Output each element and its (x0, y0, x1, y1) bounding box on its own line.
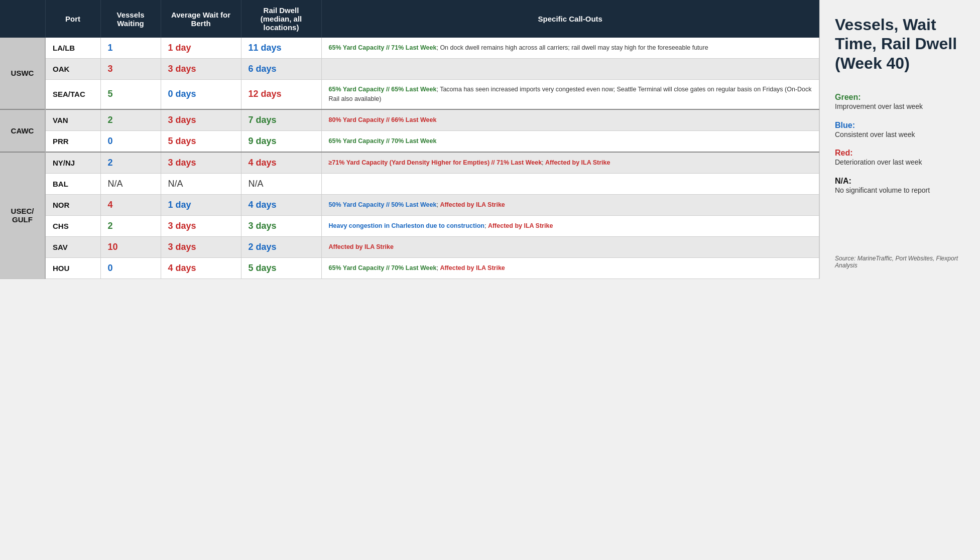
vessels-cell: 0 (100, 130, 161, 152)
header-rail: Rail Dwell (median, all locations) (241, 0, 321, 38)
vessels-cell: N/A (100, 173, 161, 194)
wait-cell: 0 days (161, 80, 241, 109)
port-cell: NY/NJ (45, 152, 100, 174)
vessels-cell: 3 (100, 59, 161, 80)
wait-cell: 4 days (161, 257, 241, 278)
legend-red-label: Red: (835, 149, 853, 157)
vessels-cell: 0 (100, 257, 161, 278)
vessels-cell: 10 (100, 236, 161, 257)
vessels-cell: 1 (100, 38, 161, 59)
callout-cell: Heavy congestion in Charleston due to co… (321, 215, 819, 236)
table-row: SAV103 days2 daysAffected by ILA Strike (0, 236, 819, 257)
vessels-cell: 2 (100, 109, 161, 131)
sidebar: Vessels, Wait Time, Rail Dwell (Week 40)… (819, 0, 980, 279)
header-port: Port (45, 0, 100, 38)
legend-blue-label: Blue: (835, 121, 855, 129)
table-row: PRR05 days9 days65% Yard Capacity // 70%… (0, 130, 819, 152)
legend-green: Green: Improvement over last week (835, 93, 965, 112)
rail-cell: 4 days (241, 152, 321, 174)
legend-red-desc: Deterioration over last week (835, 158, 922, 166)
rail-cell: 5 days (241, 257, 321, 278)
callout-cell: ≥71% Yard Capacity (Yard Density Higher … (321, 152, 819, 174)
callout-cell: 80% Yard Capacity // 66% Last Week (321, 109, 819, 131)
table-row: SEA/TAC50 days12 days65% Yard Capacity /… (0, 80, 819, 109)
region-cell-usec--gulf: USEC/ GULF (0, 152, 45, 279)
vessels-cell: 4 (100, 194, 161, 215)
main-container: Port Vessels Waiting Average Wait for Be… (0, 0, 980, 279)
wait-cell: 1 day (161, 38, 241, 59)
table-row: USEC/ GULFNY/NJ23 days4 days≥71% Yard Ca… (0, 152, 819, 174)
region-cell-uswc: USWC (0, 38, 45, 109)
legend-blue: Blue: Consistent over last week (835, 121, 965, 140)
port-cell: PRR (45, 130, 100, 152)
wait-cell: 3 days (161, 236, 241, 257)
table-row: OAK33 days6 days (0, 59, 819, 80)
rail-cell: 2 days (241, 236, 321, 257)
header-region (0, 0, 45, 38)
vessels-cell: 2 (100, 152, 161, 174)
legend-red: Red: Deterioration over last week (835, 149, 965, 168)
legend-na: N/A: No significant volume to report (835, 177, 965, 196)
data-table: Port Vessels Waiting Average Wait for Be… (0, 0, 819, 279)
legend-na-label: N/A: (835, 177, 851, 185)
legend-green-label: Green: (835, 93, 861, 101)
port-cell: NOR (45, 194, 100, 215)
rail-cell: 4 days (241, 194, 321, 215)
port-cell: OAK (45, 59, 100, 80)
legend-na-desc: No significant volume to report (835, 186, 930, 194)
rail-cell: 12 days (241, 80, 321, 109)
port-cell: CHS (45, 215, 100, 236)
legend-green-desc: Improvement over last week (835, 102, 923, 110)
table-row: CHS23 days3 daysHeavy congestion in Char… (0, 215, 819, 236)
port-cell: LA/LB (45, 38, 100, 59)
wait-cell: 3 days (161, 215, 241, 236)
table-row: CAWCVAN23 days7 days80% Yard Capacity //… (0, 109, 819, 131)
header-wait: Average Wait for Berth (161, 0, 241, 38)
table-row: USWCLA/LB11 day11 days65% Yard Capacity … (0, 38, 819, 59)
callout-cell: 65% Yard Capacity // 71% Last Week; On d… (321, 38, 819, 59)
rail-cell: N/A (241, 173, 321, 194)
port-cell: VAN (45, 109, 100, 131)
header-vessels: Vessels Waiting (100, 0, 161, 38)
port-cell: SEA/TAC (45, 80, 100, 109)
legend-blue-desc: Consistent over last week (835, 130, 915, 138)
wait-cell: 1 day (161, 194, 241, 215)
table-row: HOU04 days5 days65% Yard Capacity // 70%… (0, 257, 819, 278)
source-text: Source: MarineTraffic, Port Websites, Fl… (835, 255, 965, 269)
vessels-cell: 5 (100, 80, 161, 109)
table-row: NOR41 day4 days50% Yard Capacity // 50% … (0, 194, 819, 215)
wait-cell: 3 days (161, 59, 241, 80)
vessels-cell: 2 (100, 215, 161, 236)
rail-cell: 9 days (241, 130, 321, 152)
rail-cell: 3 days (241, 215, 321, 236)
callout-cell: 65% Yard Capacity // 70% Last Week (321, 130, 819, 152)
wait-cell: N/A (161, 173, 241, 194)
header-callout: Specific Call-Outs (321, 0, 819, 38)
callout-cell: 65% Yard Capacity // 70% Last Week; Affe… (321, 257, 819, 278)
rail-cell: 11 days (241, 38, 321, 59)
table-row: BALN/AN/AN/A (0, 173, 819, 194)
callout-cell: 50% Yard Capacity // 50% Last Week; Affe… (321, 194, 819, 215)
wait-cell: 3 days (161, 109, 241, 131)
table-section: Port Vessels Waiting Average Wait for Be… (0, 0, 819, 279)
wait-cell: 3 days (161, 152, 241, 174)
callout-cell (321, 59, 819, 80)
rail-cell: 6 days (241, 59, 321, 80)
rail-cell: 7 days (241, 109, 321, 131)
wait-cell: 5 days (161, 130, 241, 152)
callout-cell: Affected by ILA Strike (321, 236, 819, 257)
port-cell: BAL (45, 173, 100, 194)
port-cell: SAV (45, 236, 100, 257)
port-cell: HOU (45, 257, 100, 278)
sidebar-title: Vessels, Wait Time, Rail Dwell (Week 40) (835, 15, 965, 73)
callout-cell: 65% Yard Capacity // 65% Last Week; Taco… (321, 80, 819, 109)
region-cell-cawc: CAWC (0, 109, 45, 152)
callout-cell (321, 173, 819, 194)
